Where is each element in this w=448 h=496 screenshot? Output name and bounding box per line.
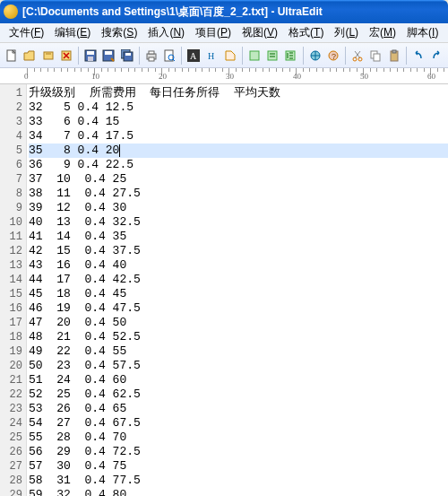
line-number-gutter: 1234567891011121314151617181920212223242… <box>0 84 27 496</box>
menu-l[interactable]: 列(L) <box>329 23 364 42</box>
text-line[interactable]: 59 32 0.4 80 <box>29 488 448 496</box>
cut-button[interactable] <box>349 47 366 65</box>
recent-button[interactable] <box>40 47 56 65</box>
undo-button[interactable] <box>410 47 426 65</box>
svg-rect-13 <box>149 57 154 61</box>
line-number: 3 <box>0 115 22 129</box>
text-line[interactable]: 33 6 0.4 15 <box>29 115 448 129</box>
line-number: 27 <box>0 459 22 474</box>
line-number: 28 <box>0 474 22 488</box>
preview-button[interactable] <box>161 47 177 65</box>
wrap-button[interactable] <box>264 47 280 65</box>
redo-button[interactable] <box>428 47 444 65</box>
menu-s[interactable]: 搜索(S) <box>96 23 142 42</box>
asc-button[interactable]: A <box>185 47 202 65</box>
text-line[interactable]: 52 25 0.4 62.5 <box>29 387 448 402</box>
help-button[interactable]: ? <box>325 47 341 65</box>
svg-rect-10 <box>125 53 131 56</box>
text-line[interactable]: 40 13 0.4 32.5 <box>29 215 448 230</box>
text-line[interactable]: 38 11 0.4 27.5 <box>29 187 448 201</box>
linenum-button[interactable] <box>282 47 298 65</box>
text-line[interactable]: 58 31 0.4 77.5 <box>29 474 448 488</box>
svg-text:H: H <box>208 51 214 61</box>
save-as-button[interactable] <box>100 47 116 65</box>
close-file-button[interactable] <box>58 47 74 65</box>
ruler-mark: 60 <box>427 72 435 81</box>
paste-button[interactable] <box>385 47 401 65</box>
text-line[interactable]: 43 16 0.4 40 <box>29 258 448 273</box>
app-icon <box>4 4 18 19</box>
line-number: 6 <box>0 158 22 172</box>
hex-button[interactable]: H <box>203 47 220 65</box>
svg-rect-1 <box>44 52 53 59</box>
menu-f[interactable]: 文件(F) <box>4 23 49 42</box>
text-line[interactable]: 41 14 0.4 35 <box>29 230 448 244</box>
text-line[interactable]: 53 26 0.4 65 <box>29 402 448 416</box>
line-number: 20 <box>0 359 22 373</box>
line-number: 21 <box>0 373 22 387</box>
menu-i[interactable]: 脚本(I) <box>401 23 444 42</box>
line-number: 2 <box>0 100 22 115</box>
text-line[interactable]: 50 23 0.4 57.5 <box>29 359 448 373</box>
line-number: 9 <box>0 201 22 215</box>
svg-rect-20 <box>268 51 277 60</box>
ruler-mark: 50 <box>360 72 368 81</box>
text-line[interactable]: 46 19 0.4 47.5 <box>29 301 448 316</box>
tag-button[interactable] <box>222 47 238 65</box>
text-line[interactable]: 51 24 0.4 60 <box>29 373 448 387</box>
text-line[interactable]: 36 9 0.4 22.5 <box>29 158 448 172</box>
titlebar: [C:\Documents and Settings\1\桌面\百度_2_2.t… <box>0 0 448 23</box>
text-line[interactable]: 44 17 0.4 42.5 <box>29 273 448 287</box>
separator <box>242 47 243 65</box>
separator <box>406 47 407 65</box>
text-line[interactable]: 56 29 0.4 72.5 <box>29 445 448 459</box>
ruler-mark: 30 <box>226 72 234 81</box>
spaces-button[interactable] <box>246 47 263 65</box>
text-line[interactable]: 39 12 0.4 30 <box>29 201 448 215</box>
line-number: 8 <box>0 187 22 201</box>
line-number: 23 <box>0 402 22 416</box>
line-number: 11 <box>0 230 22 244</box>
text-line[interactable]: 54 27 0.4 67.5 <box>29 416 448 431</box>
menu-m[interactable]: 宏(M) <box>364 23 401 42</box>
line-number: 22 <box>0 387 22 402</box>
line-number: 15 <box>0 287 22 301</box>
menu-p[interactable]: 项目(P) <box>190 23 237 42</box>
copy-button[interactable] <box>367 47 383 65</box>
text-line[interactable]: 35 8 0.4 20 <box>29 144 448 158</box>
toolbar: A H ? <box>0 43 448 68</box>
line-number: 24 <box>0 416 22 431</box>
web-button[interactable] <box>307 47 323 65</box>
line-number: 12 <box>0 244 22 258</box>
ruler-mark: 40 <box>293 72 301 81</box>
print-button[interactable] <box>143 47 159 65</box>
line-number: 29 <box>0 488 22 496</box>
svg-rect-28 <box>374 54 380 61</box>
text-content[interactable]: 升级级别 所需费用 每日任务所得 平均天数32 5 0.4 12.533 6 0… <box>27 84 448 496</box>
save-button[interactable] <box>82 47 99 65</box>
menu-e[interactable]: 编辑(E) <box>49 23 96 42</box>
menu-v[interactable]: 视图(V) <box>237 23 283 42</box>
text-line[interactable]: 45 18 0.4 45 <box>29 287 448 301</box>
line-number: 14 <box>0 273 22 287</box>
svg-rect-30 <box>392 50 396 53</box>
new-file-button[interactable] <box>4 47 20 65</box>
text-line[interactable]: 49 22 0.4 55 <box>29 344 448 359</box>
save-all-button[interactable] <box>119 47 135 65</box>
text-line[interactable]: 55 28 0.4 70 <box>29 431 448 445</box>
line-number: 26 <box>0 445 22 459</box>
text-line[interactable]: 47 20 0.4 50 <box>29 316 448 330</box>
text-line[interactable]: 34 7 0.4 17.5 <box>29 129 448 144</box>
open-file-button[interactable] <box>22 47 38 65</box>
text-cursor <box>119 144 120 157</box>
text-line[interactable]: 升级级别 所需费用 每日任务所得 平均天数 <box>29 86 448 100</box>
text-line[interactable]: 48 21 0.4 52.5 <box>29 330 448 344</box>
menu-t[interactable]: 格式(T) <box>283 23 329 42</box>
separator <box>181 47 182 65</box>
text-line[interactable]: 42 15 0.4 37.5 <box>29 244 448 258</box>
text-line[interactable]: 37 10 0.4 25 <box>29 172 448 187</box>
menu-n[interactable]: 插入(N) <box>142 23 190 42</box>
separator <box>303 47 304 65</box>
text-line[interactable]: 32 5 0.4 12.5 <box>29 100 448 115</box>
text-line[interactable]: 57 30 0.4 75 <box>29 459 448 474</box>
